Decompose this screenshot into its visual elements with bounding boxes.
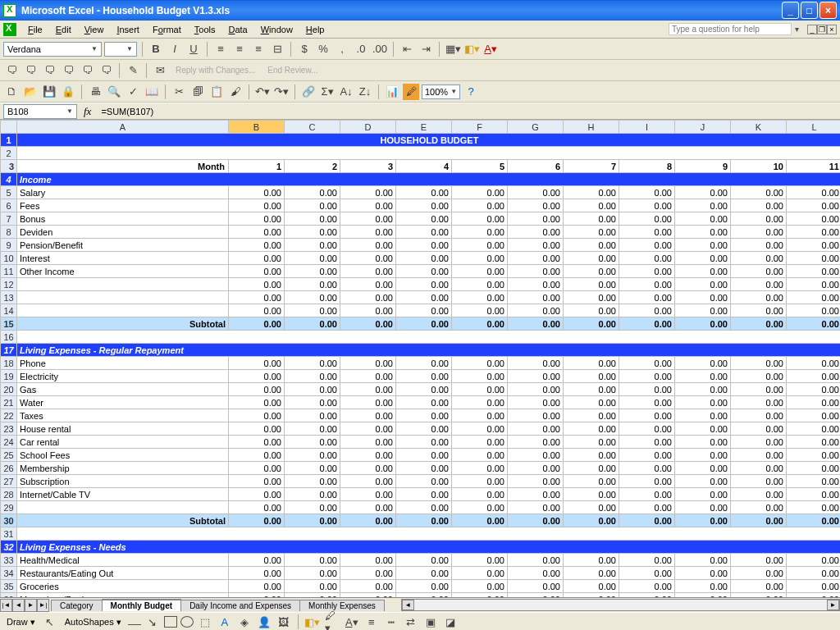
autosum-button[interactable]: Σ▾ <box>319 84 336 100</box>
tab-next-button[interactable]: ► <box>25 599 37 612</box>
open-button[interactable]: 📂 <box>22 84 39 100</box>
cell[interactable]: 0.00 <box>564 462 619 475</box>
cell[interactable]: 0.00 <box>619 265 675 278</box>
cell[interactable]: 0.00 <box>619 580 675 593</box>
cell[interactable]: 0.00 <box>508 409 564 422</box>
row-label[interactable]: Restaurants/Eating Out <box>17 567 229 580</box>
row-label[interactable]: Fees <box>17 199 229 212</box>
cell[interactable]: 0.00 <box>675 580 731 593</box>
row-header-36[interactable]: 36 <box>1 593 17 598</box>
row-header-31[interactable]: 31 <box>1 527 17 541</box>
cell[interactable]: 0.00 <box>508 265 564 278</box>
cell[interactable]: 0.00 <box>340 554 396 567</box>
3d-button[interactable]: ◪ <box>442 614 459 630</box>
cell[interactable]: 0.00 <box>787 239 841 252</box>
cell[interactable]: 0.00 <box>452 488 508 501</box>
cell[interactable]: 0.00 <box>396 239 452 252</box>
cell[interactable]: 0.00 <box>452 475 508 488</box>
cell[interactable]: 0.00 <box>508 186 564 199</box>
cell[interactable]: 0.00 <box>675 252 731 265</box>
cell[interactable]: 0.00 <box>452 422 508 436</box>
cell[interactable]: 0.00 <box>675 199 731 212</box>
cell[interactable]: 0.00 <box>285 422 340 436</box>
row-header-4[interactable]: 4 <box>1 173 17 186</box>
cell[interactable]: 0.00 <box>396 265 452 278</box>
cell[interactable]: 0.00 <box>452 593 508 598</box>
cell[interactable]: 0.00 <box>340 278 396 291</box>
cell[interactable]: 0.00 <box>285 580 340 593</box>
cell[interactable]: 0.00 <box>508 357 564 370</box>
cell[interactable]: 0.00 <box>787 449 841 462</box>
cell[interactable]: 0.00 <box>619 436 675 449</box>
rectangle-tool[interactable] <box>164 616 177 628</box>
cell[interactable]: 0.00 <box>229 449 285 462</box>
cell[interactable]: 0.00 <box>564 567 619 580</box>
permission-button[interactable]: 🔒 <box>60 84 76 100</box>
maximize-button[interactable]: □ <box>801 2 818 19</box>
row-label[interactable]: Internet/Cable TV <box>17 488 229 501</box>
cell[interactable]: 0.00 <box>787 593 841 598</box>
cell[interactable]: 0.00 <box>508 291 564 304</box>
cell[interactable]: 0.00 <box>452 304 508 317</box>
cell[interactable]: 0.00 <box>229 212 285 226</box>
cell[interactable]: 0.00 <box>508 501 564 514</box>
cell[interactable]: 0.00 <box>340 580 396 593</box>
row-header-34[interactable]: 34 <box>1 567 17 580</box>
cell[interactable]: 0.00 <box>229 567 285 580</box>
cell[interactable]: 0.00 <box>508 239 564 252</box>
cell[interactable]: 0.00 <box>229 239 285 252</box>
paste-button[interactable]: 📋 <box>208 84 225 100</box>
cell[interactable]: 0.00 <box>731 488 787 501</box>
cell[interactable]: 0.00 <box>787 436 841 449</box>
cell[interactable]: 0.00 <box>508 396 564 409</box>
cell[interactable]: 0.00 <box>285 383 340 396</box>
cell[interactable]: 0.00 <box>787 580 841 593</box>
cell[interactable]: 0.00 <box>787 186 841 199</box>
cell[interactable]: 0.00 <box>229 265 285 278</box>
cell[interactable]: 0.00 <box>396 226 452 239</box>
cell[interactable]: 0.00 <box>787 291 841 304</box>
cell[interactable]: 0.00 <box>619 475 675 488</box>
cell[interactable]: 0.00 <box>229 409 285 422</box>
cell[interactable]: 0.00 <box>285 567 340 580</box>
cell[interactable]: 0.00 <box>452 186 508 199</box>
cell[interactable]: 0.00 <box>285 357 340 370</box>
cell[interactable]: 0.00 <box>396 199 452 212</box>
cell[interactable]: 0.00 <box>731 278 787 291</box>
cell[interactable]: 0.00 <box>340 409 396 422</box>
cell[interactable]: 0.00 <box>285 593 340 598</box>
mail-button[interactable]: ✉ <box>152 62 168 79</box>
col-header-C[interactable]: C <box>285 121 340 134</box>
cell[interactable]: 0.00 <box>340 396 396 409</box>
cell[interactable]: 0.00 <box>340 383 396 396</box>
cell[interactable]: 0.00 <box>508 252 564 265</box>
tab-last-button[interactable]: ►| <box>37 599 49 612</box>
cell[interactable]: 0.00 <box>285 291 340 304</box>
cell[interactable]: 0.00 <box>619 501 675 514</box>
redo-button[interactable]: ↷▾ <box>273 84 290 100</box>
cell[interactable]: 0.00 <box>787 252 841 265</box>
cell[interactable]: 0.00 <box>396 580 452 593</box>
cell[interactable]: 0.00 <box>340 291 396 304</box>
line-tool[interactable] <box>128 624 141 625</box>
cell[interactable]: 0.00 <box>675 422 731 436</box>
cell[interactable]: 0.00 <box>731 383 787 396</box>
cell[interactable]: 0.00 <box>675 462 731 475</box>
cell[interactable]: 0.00 <box>508 304 564 317</box>
cell[interactable]: 0.00 <box>285 186 340 199</box>
cell[interactable]: 0.00 <box>285 475 340 488</box>
cell[interactable]: 0.00 <box>452 501 508 514</box>
font-color-draw-button[interactable]: A▾ <box>344 614 360 630</box>
cell[interactable]: 0.00 <box>229 396 285 409</box>
cell[interactable]: 0.00 <box>285 226 340 239</box>
increase-indent-button[interactable]: ⇥ <box>418 41 434 57</box>
row-header-22[interactable]: 22 <box>1 409 17 422</box>
col-header-G[interactable]: G <box>508 121 564 134</box>
cell[interactable]: 0.00 <box>731 304 787 317</box>
cell[interactable]: 0.00 <box>508 449 564 462</box>
cell[interactable]: 0.00 <box>564 488 619 501</box>
row-header-28[interactable]: 28 <box>1 488 17 501</box>
horizontal-scrollbar[interactable]: ◄ ► <box>401 599 840 611</box>
cell[interactable]: 0.00 <box>564 239 619 252</box>
italic-button[interactable]: I <box>167 41 183 57</box>
